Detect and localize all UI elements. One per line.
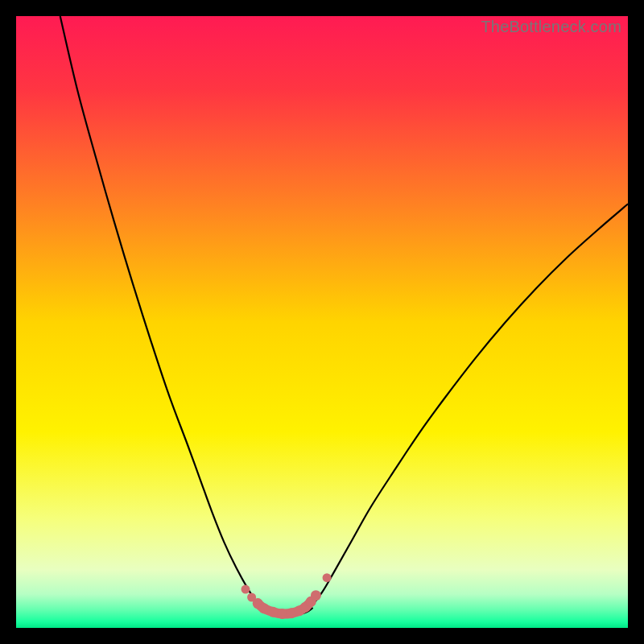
bottleneck-chart <box>16 16 628 628</box>
valley-dot <box>277 609 287 619</box>
valley-dot <box>311 590 321 601</box>
watermark-label: TheBottleneck.com <box>481 18 621 36</box>
valley-dot <box>242 585 250 594</box>
valley-dot <box>258 603 269 613</box>
valley-dot <box>323 573 332 582</box>
plot-frame: TheBottleneck.com <box>16 16 628 628</box>
chart-background <box>16 16 628 628</box>
valley-dot <box>268 607 279 617</box>
